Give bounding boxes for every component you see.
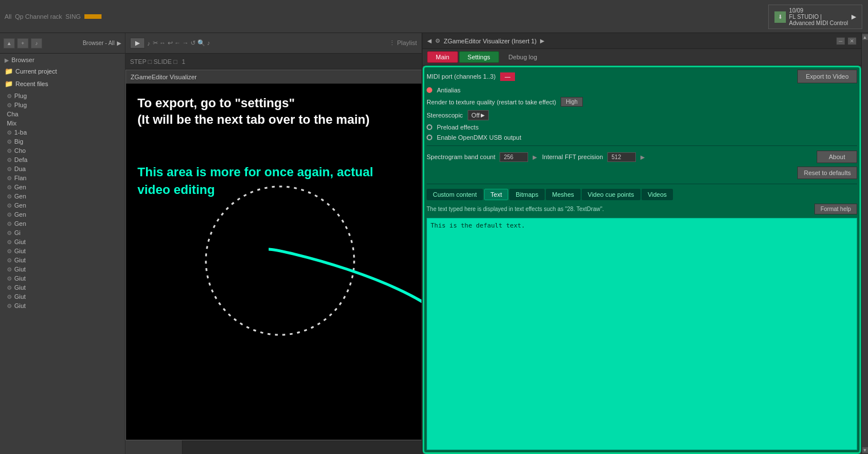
notif-time: 10/09 (789, 7, 848, 14)
item-label: Plug (14, 102, 27, 108)
plugin-panel: ◀ ⚙ ZGameEditor Visualizer (Insert 1) ▶ … (422, 33, 861, 454)
text-editor-area[interactable]: This is the default text. (427, 218, 857, 450)
fft-label: Internal FFT precision (542, 153, 603, 160)
plugin-close-btn[interactable]: ✕ (847, 37, 857, 45)
zgame-title: ZGameEditor Visualizer (131, 74, 197, 80)
list-item[interactable]: ⚙ Gen (0, 183, 125, 192)
list-item[interactable]: ⚙ Plug (0, 91, 125, 100)
plugin-title: ZGameEditor Visualizer (Insert 1) (444, 38, 537, 44)
render-quality-row: Render to texture quality (restart to ta… (427, 97, 857, 107)
tab-meshes[interactable]: Meshes (546, 189, 581, 200)
zgame-line2: (It will be the next tab over to the mai… (137, 112, 370, 128)
playlist-content: ●●●● 1 Kick ●●●● 2 Clap (125, 70, 421, 454)
antialias-label: Antialias (437, 87, 461, 94)
item-label: 1-ba (14, 129, 27, 136)
sidebar-items-list: ⚙ Plug ⚙ Plug Cha Mix ⚙ 1-ba ⚙ Big ⚙ (0, 91, 125, 310)
list-item[interactable]: Cha (0, 110, 125, 119)
list-item[interactable]: ⚙ Defa (0, 155, 125, 164)
stereoscopic-row: Stereoscopic Off ▶ (427, 110, 857, 120)
list-item[interactable]: ⚙ Giut (0, 265, 125, 274)
tab-text[interactable]: Text (484, 189, 508, 200)
sidebar-current-project[interactable]: 📁 Current project (0, 65, 125, 78)
sidebar-sound-btn[interactable]: ♪ (31, 38, 42, 48)
plugin-nav-right[interactable]: ▶ (540, 38, 545, 44)
list-item[interactable]: ⚙ Plug (0, 100, 125, 110)
list-item[interactable]: ⚙ Gi (0, 228, 125, 237)
item-label: Gi (14, 229, 21, 236)
scroll-down-arrow[interactable]: ▼ (862, 447, 868, 453)
sidebar-add-btn[interactable]: + (17, 38, 29, 48)
gear-icon-gi: ⚙ (7, 230, 12, 236)
reset-defaults-btn[interactable]: Reset to defaults (797, 167, 857, 179)
tab-videos[interactable]: Videos (642, 189, 673, 200)
list-item[interactable]: ⚙ Gen (0, 219, 125, 228)
list-item[interactable]: ⚙ Giut (0, 237, 125, 246)
plugin-minimize-btn[interactable]: ─ (836, 37, 845, 45)
midi-button[interactable]: — (500, 72, 515, 81)
item-label: Gen (14, 220, 26, 227)
list-item[interactable]: ⚙ Giut (0, 301, 125, 310)
tab-bitmaps[interactable]: Bitmaps (509, 189, 545, 200)
antialias-row: Antialias (427, 87, 857, 94)
browser-expand[interactable]: ▶ (117, 40, 121, 46)
playlist-label: ♪ (147, 40, 151, 47)
content-tab-bar: Custom content Text Bitmaps Meshes Video… (427, 189, 857, 200)
list-item[interactable]: ⚙ 1-ba (0, 128, 125, 137)
scroll-up-arrow[interactable]: ▲ (862, 34, 868, 40)
render-quality-dropdown[interactable]: High (561, 97, 583, 107)
list-item[interactable]: ⚙ Giut (0, 256, 125, 265)
item-label: Gen (14, 202, 26, 209)
fft-input[interactable] (607, 152, 636, 162)
list-item[interactable]: ⚙ Big (0, 137, 125, 146)
about-btn[interactable]: About (817, 151, 857, 163)
sidebar-item-browser[interactable]: ▶ Browser (0, 55, 125, 65)
list-item[interactable]: ⚙ Dua (0, 164, 125, 173)
tab-custom-content[interactable]: Custom content (427, 189, 483, 200)
list-item[interactable]: ⚙ Gen (0, 210, 125, 219)
item-label: Gen (14, 211, 26, 218)
opendmx-label: Enable OpenDMX USB output (437, 134, 521, 141)
opendmx-radio[interactable] (427, 135, 432, 140)
folder-icon-recent: 📁 (5, 80, 13, 88)
tab-debug[interactable]: Debug log (500, 51, 546, 63)
zgame-line1: To export, go to "settings" (137, 95, 370, 112)
plugin-nav-left[interactable]: ◀ (427, 38, 432, 44)
tab-settings[interactable]: Settings (459, 51, 499, 63)
playlist-title: ⋮ Playlist (389, 39, 417, 47)
sidebar-recent-files[interactable]: 📁 Recent files (0, 78, 125, 90)
list-item[interactable]: Mix (0, 119, 125, 128)
export-video-btn[interactable]: Export to Video (797, 70, 857, 83)
item-label: Giut (14, 266, 26, 273)
divider-1 (427, 145, 857, 146)
item-label: Giut (14, 248, 26, 254)
tab-main[interactable]: Main (427, 51, 458, 63)
notif-arrow[interactable]: ▶ (851, 13, 856, 21)
list-item[interactable]: ⚙ Cho (0, 146, 125, 155)
gear-icon-2: ⚙ (7, 129, 12, 136)
play-btn[interactable]: ▶ (130, 38, 145, 48)
item-label: Mix (7, 120, 17, 127)
gear-icon-giut4: ⚙ (7, 266, 12, 273)
spectrogram-input[interactable] (500, 152, 528, 162)
list-item[interactable]: ⚙ Giut (0, 274, 125, 283)
spectrogram-row: Spectrogram band count ▶ Internal FFT pr… (427, 151, 857, 163)
preload-radio[interactable] (427, 124, 432, 130)
antialias-radio[interactable] (427, 87, 432, 93)
item-label: Defa (14, 156, 27, 163)
preload-row: Preload effects (427, 124, 857, 131)
plugin-gear-icon: ⚙ (435, 38, 440, 44)
item-label: Giut (14, 302, 26, 309)
list-item[interactable]: ⚙ Giut (0, 246, 125, 256)
sidebar-up-btn[interactable]: ▲ (3, 38, 15, 48)
playlist-toolbar: ▶ ♪ ✂ ↔ ↩ ← → ↺ 🔍 ♪ ⋮ Playlist (125, 33, 421, 54)
toolbar-icons: ✂ ↔ ↩ ← → ↺ 🔍 ♪ (153, 39, 210, 47)
item-label: Cha (7, 111, 18, 117)
list-item[interactable]: ⚙ Giut (0, 292, 125, 301)
tab-video-cue[interactable]: Video cue points (582, 189, 640, 200)
list-item[interactable]: ⚙ Giut (0, 283, 125, 292)
list-item[interactable]: ⚙ Flan (0, 173, 125, 183)
list-item[interactable]: ⚙ Gen (0, 201, 125, 210)
list-item[interactable]: ⚙ Gen (0, 192, 125, 201)
stereoscopic-select[interactable]: Off ▶ (468, 110, 489, 120)
format-help-btn[interactable]: Format help (814, 204, 857, 214)
